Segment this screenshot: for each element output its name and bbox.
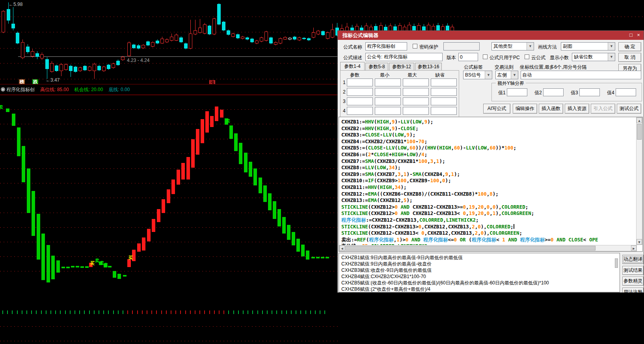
code-hscrollbar[interactable]: ◄ ► [339,245,637,251]
extra-y-input[interactable] [543,88,564,96]
formula-tag-select[interactable]: BS信号▼ [463,71,492,79]
code-line[interactable]: CXHZB12:=EMA((CXHZB6-CXHZB8)/(CXHZB11-CX… [341,191,499,198]
code-line[interactable]: CXHZB4:=CXHZB2/CXHZB1*100-70; [341,138,427,145]
volume-tick [204,310,205,314]
password-checkbox[interactable] [413,44,417,49]
chevron-down-icon[interactable]: ▼ [608,53,615,61]
param-input[interactable] [403,97,429,105]
button-用法注释[interactable]: 用法注释 [622,288,644,293]
code-line[interactable]: 程序化指标:=CXHZB12-CXHZB13,COLORRED,LINETHIC… [341,217,479,224]
param-input[interactable] [375,88,401,96]
code-line[interactable]: STICKLINE(CXHZB12-CXHZB13< 0,CXHZB12,CXH… [341,230,522,237]
candle-up [121,57,125,60]
tab-参数9-12[interactable]: 参数9-12 [389,63,414,70]
vscroll-thumb[interactable] [637,124,642,140]
button-动态翻译[interactable]: 动态翻译 [622,255,644,264]
code-line[interactable]: CXHZB11:=HHV(HIGH,34); [341,184,407,191]
code-line[interactable]: CXHZB9:=SMA(CXHZB7,3,1)-SMA(CXHZB4,9,1); [341,171,460,178]
draw-method-select[interactable]: 副图▼ [561,42,615,50]
close-icon[interactable]: × [635,32,642,38]
param-input[interactable] [431,79,457,86]
button-测试结果[interactable]: 测试结果 [622,266,644,275]
candle-up [160,39,164,43]
code-line[interactable]: STICKLINE(CXHZB12>0 AND CXHZB12-CXHZB13<… [341,210,534,217]
maximize-icon[interactable]: □ [628,32,634,38]
param-input[interactable] [347,97,373,105]
volume-tick [147,310,147,314]
code-line[interactable]: CXHZB7:=SMA(CXHZB3/CXHZB1*100,3,1); [341,158,445,165]
code-line[interactable]: CXHZB8:=LLV(LOW,34); [341,165,401,171]
formula-code-editor[interactable]: CXHZB1:=HHV(HIGH,9)-LLV(LOW,9);CXHZB2:=H… [339,117,643,252]
version-input[interactable] [458,53,478,61]
ok-button[interactable]: 确 定 [618,42,641,51]
candle-up [264,32,268,41]
tab-参数1-4[interactable]: 参数1-4 [340,62,365,70]
param-input[interactable] [431,97,457,105]
param-input[interactable] [431,88,457,96]
code-line[interactable]: CXHZB2:=HHV(HIGH,9)-CLOSE; [341,125,419,132]
code-line[interactable]: CXHZB3:=CLOSE-LLV(LOW,9); [341,132,415,138]
decimal-select[interactable]: 缺省位数▼ [572,53,615,61]
code-line[interactable]: CXHZB6:=(2*CLOSE+HIGH+LOW)/4; [341,151,427,158]
scroll-right-icon[interactable]: ► [631,245,637,251]
param-input[interactable] [375,97,401,105]
volume-tick [291,310,292,314]
cloud-checkbox[interactable] [525,54,529,59]
param-input[interactable] [347,107,373,115]
candle-up [326,32,329,39]
param-input[interactable] [375,107,401,115]
extra-y-input[interactable] [579,88,600,96]
param-input[interactable] [375,79,401,86]
code-vscrollbar[interactable]: ▲ ▼ [636,117,642,245]
button-编辑操作[interactable]: 编辑操作 [513,104,537,114]
param-input[interactable] [347,88,373,96]
cancel-button[interactable]: 取 消 [618,53,641,62]
param-input[interactable] [403,107,429,115]
code-line[interactable]: STICKLINE(CXHZB12>0 AND CXHZB12-CXHZB13>… [341,204,528,211]
candle-up [21,42,24,58]
formula-name-input[interactable] [365,42,407,50]
candle-up [112,64,115,68]
button-测试公式[interactable]: 测试公式 [617,104,641,114]
expl-scroll-thumb[interactable] [615,258,618,268]
chevron-down-icon[interactable]: ▼ [511,71,518,79]
button-参数精灵[interactable]: 参数精灵 [622,277,644,286]
formula-translation-panel[interactable]: CXHZB1赋值:9日内最高价的最高值-9日内最低价的最低值CXHZB2赋值:9… [339,253,620,292]
chevron-down-icon[interactable]: ▼ [485,71,492,79]
code-line[interactable]: CXHZB10:=IF(CXHZB9>100,CXHZB9-100,0); [341,178,451,184]
extra-y-input[interactable] [616,88,636,96]
button-AI写公式[interactable]: AI写公式 [483,104,510,114]
coord-line-input[interactable] [521,71,641,79]
tab-参数5-8[interactable]: 参数5-8 [365,63,388,70]
gridline [0,139,338,139]
code-line[interactable]: CXHZB13:=EMA(CXHZB12,5); [341,197,413,204]
param-input[interactable] [431,107,457,115]
code-line[interactable]: CXHZB1:=HHV(HIGH,9)-LLV(LOW,9); [341,119,433,125]
param-input[interactable] [347,79,373,86]
button-插入资源[interactable]: 插入资源 [565,104,589,114]
trade-rule-select[interactable]: 左侧▼ [495,71,518,79]
chevron-down-icon[interactable]: ▼ [527,43,534,50]
scroll-up-icon[interactable]: ▲ [637,118,642,123]
indicator-icon[interactable] [1,87,5,92]
extra-y-input[interactable] [507,88,527,96]
hscroll-thumb[interactable] [345,246,596,251]
code-line[interactable]: 卖出:=REF(程序化指标,1)>0 AND 程序化指标<=0 OR (程序化指… [341,237,598,243]
param-input[interactable] [403,88,429,96]
formula-desc-input[interactable] [365,53,443,61]
param-input[interactable] [403,79,429,86]
scroll-left-icon[interactable]: ◄ [339,245,345,251]
scroll-down-icon[interactable]: ▼ [637,239,642,245]
tab-参数13-16[interactable]: 参数13-16 [415,63,442,70]
formula-type-select[interactable]: 其他类型▼ [491,42,534,50]
chevron-down-icon[interactable]: ▼ [608,43,615,50]
code-line[interactable]: STICKLINE(CXHZB12-CXHZB13>0,CXHZB12,CXHZ… [341,224,514,230]
candle-down [69,66,73,71]
indicator-header[interactable]: 程序化指标创高位线: 85.00机会线: 20.00底线: 0.00 [0,85,338,94]
button-插入函数[interactable]: 插入函数 [539,104,563,114]
translation-line: CXHZB1赋值:9日内最高价的最高值-9日内最低价的最低值 [341,254,463,261]
dialog-titlebar[interactable]: 指标公式编辑器 □ × [338,31,644,40]
param-col-header: 缺省 [435,72,445,79]
code-line[interactable]: CXHZB5:=(CLOSE-LLV(LOW,60))/(HHV(HIGH,60… [341,145,516,151]
pc-only-checkbox[interactable] [483,54,488,59]
